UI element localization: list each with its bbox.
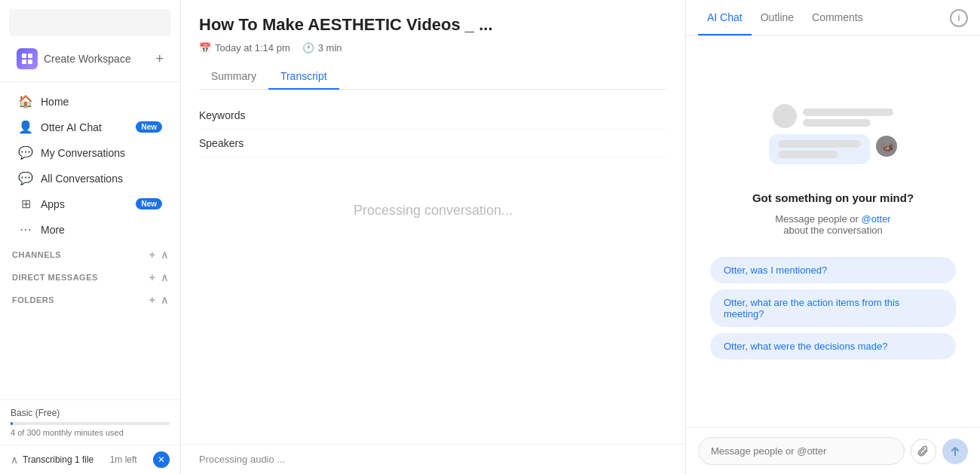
folders-section-header[interactable]: FOLDERS + ∧ [0, 288, 180, 310]
channels-section-header[interactable]: CHANNELS + ∧ [0, 243, 180, 265]
transcribing-expand-icon[interactable]: ∧ [11, 454, 18, 466]
svg-rect-3 [28, 60, 32, 64]
info-icon[interactable]: i [950, 9, 968, 27]
svg-rect-2 [22, 60, 26, 64]
meta-row: 📅 Today at 1:14 pm 🕐 3 min [199, 42, 667, 54]
sidebar: Create Workspace + 🏠 Home 👤 Otter AI Cha… [0, 0, 181, 474]
sidebar-item-my-conversations[interactable]: 💬 My Conversations [6, 140, 174, 165]
placeholder-line [803, 109, 893, 116]
sidebar-top: Create Workspace + [0, 0, 180, 82]
nav-list: 🏠 Home 👤 Otter AI Chat New 💬 My Conversa… [0, 82, 180, 399]
duration-label: 3 min [318, 42, 342, 54]
create-workspace-label: Create Workspace [44, 53, 131, 65]
all-conversations-icon: 💬 [18, 171, 33, 185]
attach-button[interactable] [911, 439, 936, 464]
sidebar-item-all-conversations[interactable]: 💬 All Conversations [6, 166, 174, 191]
channels-collapse-icon[interactable]: ∧ [161, 249, 169, 261]
prompt-sub-1: Message people or [775, 213, 859, 225]
send-button[interactable] [942, 439, 968, 464]
placeholder-avatar [773, 104, 797, 128]
dm-add-icon[interactable]: + [149, 271, 156, 283]
chat-input[interactable] [698, 437, 905, 465]
suggestion-buttons: Otter, was I mentioned? Otter, what are … [704, 257, 962, 359]
new-badge: New [136, 198, 162, 209]
svg-rect-0 [22, 54, 26, 58]
suggestion-btn-1[interactable]: Otter, what are the action items from th… [710, 289, 956, 327]
transcribing-close-icon[interactable]: ✕ [153, 451, 170, 468]
chat-input-row [686, 427, 980, 474]
placeholder-line [778, 151, 838, 158]
dm-actions: + ∧ [149, 271, 168, 283]
sidebar-item-label: All Conversations [41, 173, 123, 185]
audio-processing-text: Processing audio ... [199, 454, 285, 465]
placeholder-bubble-row-2: 🦦 [769, 134, 897, 164]
create-workspace-icon [17, 48, 38, 69]
sidebar-item-label: Otter AI Chat [41, 121, 102, 133]
apps-icon: ⊞ [18, 197, 33, 211]
tab-transcript[interactable]: Transcript [268, 64, 339, 90]
channels-add-icon[interactable]: + [149, 249, 156, 261]
tab-summary[interactable]: Summary [199, 64, 268, 90]
sidebar-item-label: Apps [41, 198, 65, 210]
chat-placeholder: 🦦 [769, 104, 897, 164]
keywords-row: Keywords [199, 102, 667, 130]
panel-tab-bar: AI Chat Outline Comments i [686, 0, 980, 36]
more-icon: ⋯ [18, 222, 33, 237]
date-label: Today at 1:14 pm [215, 42, 290, 54]
page-title: How To Make AESTHETIC Videos _ ... [199, 15, 667, 35]
content-header: How To Make AESTHETIC Videos _ ... 📅 Tod… [181, 0, 685, 90]
panel-tab-comments[interactable]: Comments [803, 1, 872, 35]
usage-text: 4 of 300 monthly minutes used [11, 428, 170, 437]
folders-actions: + ∧ [149, 294, 168, 306]
panel-tab-outline[interactable]: Outline [752, 1, 803, 35]
direct-messages-section-header[interactable]: DIRECT MESSAGES + ∧ [0, 265, 180, 288]
suggestion-btn-0[interactable]: Otter, was I mentioned? [710, 257, 956, 283]
processing-text: Processing conversation... [199, 157, 667, 219]
placeholder-line [803, 119, 871, 127]
usage-progress-bar [11, 422, 170, 425]
svg-rect-1 [28, 54, 32, 58]
dm-collapse-icon[interactable]: ∧ [161, 271, 169, 283]
add-workspace-icon: + [155, 51, 164, 67]
transcribing-bar: ∧ Transcribing 1 file 1m left ✕ [0, 445, 180, 474]
my-conversations-icon: 💬 [18, 145, 33, 160]
sidebar-item-more[interactable]: ⋯ More [6, 217, 174, 242]
main-content: How To Make AESTHETIC Videos _ ... 📅 Tod… [181, 0, 686, 474]
keywords-label: Keywords [199, 109, 274, 121]
placeholder-bubble [769, 134, 870, 164]
placeholder-bubble-row-1 [773, 104, 893, 128]
chat-prompt-title: Got something on your mind? [752, 191, 914, 204]
placeholder-lines [803, 109, 893, 127]
channels-actions: + ∧ [149, 249, 168, 261]
panel-tab-ai-chat[interactable]: AI Chat [698, 1, 752, 35]
home-icon: 🏠 [18, 94, 33, 109]
clock-icon: 🕐 [302, 42, 314, 54]
chat-area: 🦦 Got something on your mind? Message pe… [686, 36, 980, 427]
transcribing-info: ∧ Transcribing 1 file [11, 454, 93, 466]
usage-progress-fill [11, 422, 13, 425]
plan-label: Basic (Free) [11, 408, 170, 418]
suggestion-btn-2[interactable]: Otter, what were the decisions made? [710, 333, 956, 359]
sidebar-item-apps[interactable]: ⊞ Apps New [6, 191, 174, 216]
duration-meta: 🕐 3 min [302, 42, 342, 54]
new-badge: New [136, 121, 162, 133]
sidebar-item-label: More [41, 224, 65, 236]
at-otter-link[interactable]: @otter [861, 213, 890, 225]
sidebar-item-otter-ai-chat[interactable]: 👤 Otter AI Chat New [6, 115, 174, 139]
content-tab-bar: Summary Transcript [199, 64, 667, 90]
right-panel: AI Chat Outline Comments i 🦦 Got somethi [686, 0, 980, 474]
otter-avatar: 🦦 [876, 136, 897, 157]
folders-add-icon[interactable]: + [149, 294, 156, 306]
speakers-row: Speakers [199, 130, 667, 157]
sidebar-item-label: Home [41, 96, 69, 108]
sidebar-item-home[interactable]: 🏠 Home [6, 89, 174, 114]
calendar-icon: 📅 [199, 42, 211, 54]
date-meta: 📅 Today at 1:14 pm [199, 42, 290, 54]
folders-collapse-icon[interactable]: ∧ [161, 294, 169, 306]
transcribing-label: Transcribing 1 file [23, 454, 93, 465]
channels-label: CHANNELS [12, 250, 61, 259]
create-workspace-button[interactable]: Create Workspace + [9, 42, 171, 75]
send-icon [950, 446, 960, 457]
sidebar-item-label: My Conversations [41, 147, 125, 159]
chat-prompt-sub: Message people or @otter about the conve… [775, 213, 890, 236]
